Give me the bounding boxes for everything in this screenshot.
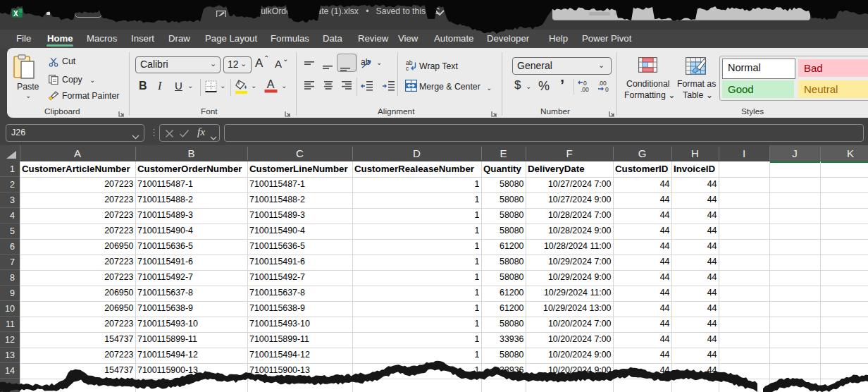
svg-text:.00: .00: [581, 86, 589, 93]
svg-text:0: 0: [605, 86, 609, 93]
svg-text:A: A: [267, 78, 275, 90]
